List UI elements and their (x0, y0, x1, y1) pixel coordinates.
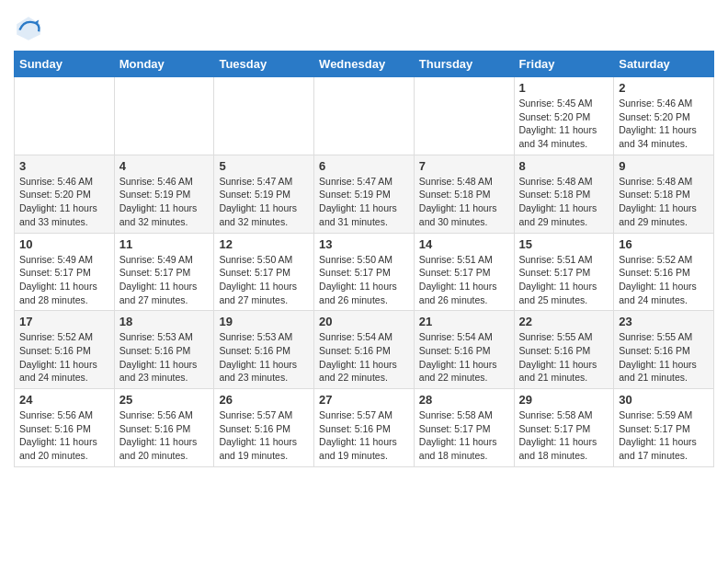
day-number: 29 (519, 393, 609, 407)
table-row: 17Sunrise: 5:52 AM Sunset: 5:16 PM Dayli… (15, 311, 115, 389)
col-friday: Friday (514, 52, 614, 77)
table-row: 22Sunrise: 5:55 AM Sunset: 5:16 PM Dayli… (514, 311, 614, 389)
day-number: 18 (119, 315, 210, 328)
day-info: Sunrise: 5:46 AM Sunset: 5:19 PM Dayligh… (119, 175, 210, 229)
day-info: Sunrise: 5:49 AM Sunset: 5:17 PM Dayligh… (119, 253, 210, 307)
table-row: 11Sunrise: 5:49 AM Sunset: 5:17 PM Dayli… (114, 233, 214, 311)
table-row: 27Sunrise: 5:57 AM Sunset: 5:16 PM Dayli… (314, 389, 415, 467)
calendar-week-row: 3Sunrise: 5:46 AM Sunset: 5:20 PM Daylig… (15, 155, 714, 233)
day-number: 28 (419, 393, 509, 407)
table-row: 2Sunrise: 5:46 AM Sunset: 5:20 PM Daylig… (614, 77, 714, 155)
day-info: Sunrise: 5:56 AM Sunset: 5:16 PM Dayligh… (19, 408, 109, 463)
day-info: Sunrise: 5:54 AM Sunset: 5:16 PM Dayligh… (419, 330, 509, 385)
table-row (15, 77, 115, 155)
table-row (314, 77, 415, 155)
day-number: 1 (519, 81, 609, 95)
day-info: Sunrise: 5:47 AM Sunset: 5:19 PM Dayligh… (219, 175, 309, 229)
day-number: 27 (319, 393, 409, 407)
day-info: Sunrise: 5:54 AM Sunset: 5:16 PM Dayligh… (319, 330, 409, 385)
table-row: 14Sunrise: 5:51 AM Sunset: 5:17 PM Dayli… (414, 233, 514, 311)
day-number: 24 (19, 393, 109, 407)
calendar-header-row: Sunday Monday Tuesday Wednesday Thursday… (15, 52, 714, 77)
table-row: 19Sunrise: 5:53 AM Sunset: 5:16 PM Dayli… (214, 311, 314, 389)
day-info: Sunrise: 5:57 AM Sunset: 5:16 PM Dayligh… (319, 408, 409, 463)
calendar-table: Sunday Monday Tuesday Wednesday Thursday… (14, 51, 714, 467)
table-row: 12Sunrise: 5:50 AM Sunset: 5:17 PM Dayli… (214, 233, 314, 311)
calendar-week-row: 17Sunrise: 5:52 AM Sunset: 5:16 PM Dayli… (15, 311, 714, 389)
table-row (414, 77, 514, 155)
table-row (114, 77, 214, 155)
day-number: 8 (519, 159, 609, 173)
day-number: 4 (119, 159, 210, 173)
table-row: 10Sunrise: 5:49 AM Sunset: 5:17 PM Dayli… (15, 233, 115, 311)
day-number: 16 (619, 237, 709, 251)
table-row: 9Sunrise: 5:48 AM Sunset: 5:18 PM Daylig… (614, 155, 714, 233)
col-tuesday: Tuesday (214, 52, 314, 77)
calendar-week-row: 10Sunrise: 5:49 AM Sunset: 5:17 PM Dayli… (15, 233, 714, 311)
logo (14, 14, 47, 43)
day-info: Sunrise: 5:45 AM Sunset: 5:20 PM Dayligh… (519, 97, 609, 151)
day-number: 13 (319, 237, 409, 251)
day-info: Sunrise: 5:57 AM Sunset: 5:16 PM Dayligh… (219, 408, 309, 463)
day-info: Sunrise: 5:47 AM Sunset: 5:19 PM Dayligh… (319, 175, 409, 229)
table-row: 16Sunrise: 5:52 AM Sunset: 5:16 PM Dayli… (614, 233, 714, 311)
day-number: 11 (119, 237, 210, 251)
col-thursday: Thursday (414, 52, 514, 77)
table-row: 3Sunrise: 5:46 AM Sunset: 5:20 PM Daylig… (15, 155, 115, 233)
day-info: Sunrise: 5:51 AM Sunset: 5:17 PM Dayligh… (519, 253, 609, 307)
table-row: 28Sunrise: 5:58 AM Sunset: 5:17 PM Dayli… (414, 389, 514, 467)
day-number: 15 (519, 237, 609, 251)
day-info: Sunrise: 5:59 AM Sunset: 5:17 PM Dayligh… (619, 408, 709, 463)
calendar-week-row: 24Sunrise: 5:56 AM Sunset: 5:16 PM Dayli… (15, 389, 714, 467)
day-number: 30 (619, 393, 709, 407)
table-row: 7Sunrise: 5:48 AM Sunset: 5:18 PM Daylig… (414, 155, 514, 233)
day-info: Sunrise: 5:52 AM Sunset: 5:16 PM Dayligh… (619, 253, 709, 307)
table-row: 6Sunrise: 5:47 AM Sunset: 5:19 PM Daylig… (314, 155, 415, 233)
col-saturday: Saturday (614, 52, 714, 77)
table-row: 18Sunrise: 5:53 AM Sunset: 5:16 PM Dayli… (114, 311, 214, 389)
day-number: 21 (419, 315, 509, 328)
table-row: 30Sunrise: 5:59 AM Sunset: 5:17 PM Dayli… (614, 389, 714, 467)
day-info: Sunrise: 5:55 AM Sunset: 5:16 PM Dayligh… (519, 330, 609, 385)
day-info: Sunrise: 5:53 AM Sunset: 5:16 PM Dayligh… (119, 330, 210, 385)
logo-icon (14, 14, 43, 43)
day-info: Sunrise: 5:46 AM Sunset: 5:20 PM Dayligh… (19, 175, 109, 229)
table-row: 13Sunrise: 5:50 AM Sunset: 5:17 PM Dayli… (314, 233, 415, 311)
table-row: 29Sunrise: 5:58 AM Sunset: 5:17 PM Dayli… (514, 389, 614, 467)
table-row: 21Sunrise: 5:54 AM Sunset: 5:16 PM Dayli… (414, 311, 514, 389)
day-info: Sunrise: 5:50 AM Sunset: 5:17 PM Dayligh… (319, 253, 409, 307)
table-row: 8Sunrise: 5:48 AM Sunset: 5:18 PM Daylig… (514, 155, 614, 233)
col-monday: Monday (114, 52, 214, 77)
calendar-week-row: 1Sunrise: 5:45 AM Sunset: 5:20 PM Daylig… (15, 77, 714, 155)
day-number: 22 (519, 315, 609, 328)
table-row: 23Sunrise: 5:55 AM Sunset: 5:16 PM Dayli… (614, 311, 714, 389)
day-number: 7 (419, 159, 509, 173)
day-info: Sunrise: 5:55 AM Sunset: 5:16 PM Dayligh… (619, 330, 709, 385)
day-info: Sunrise: 5:48 AM Sunset: 5:18 PM Dayligh… (419, 175, 509, 229)
day-info: Sunrise: 5:48 AM Sunset: 5:18 PM Dayligh… (619, 175, 709, 229)
day-info: Sunrise: 5:48 AM Sunset: 5:18 PM Dayligh… (519, 175, 609, 229)
table-row: 5Sunrise: 5:47 AM Sunset: 5:19 PM Daylig… (214, 155, 314, 233)
day-number: 3 (19, 159, 109, 173)
day-number: 23 (619, 315, 709, 328)
day-info: Sunrise: 5:56 AM Sunset: 5:16 PM Dayligh… (119, 408, 210, 463)
table-row: 1Sunrise: 5:45 AM Sunset: 5:20 PM Daylig… (514, 77, 614, 155)
day-number: 10 (19, 237, 109, 251)
day-info: Sunrise: 5:49 AM Sunset: 5:17 PM Dayligh… (19, 253, 109, 307)
day-info: Sunrise: 5:52 AM Sunset: 5:16 PM Dayligh… (19, 330, 109, 385)
table-row: 4Sunrise: 5:46 AM Sunset: 5:19 PM Daylig… (114, 155, 214, 233)
day-info: Sunrise: 5:58 AM Sunset: 5:17 PM Dayligh… (419, 408, 509, 463)
header (14, 9, 714, 43)
day-info: Sunrise: 5:50 AM Sunset: 5:17 PM Dayligh… (219, 253, 309, 307)
day-info: Sunrise: 5:51 AM Sunset: 5:17 PM Dayligh… (419, 253, 509, 307)
table-row (214, 77, 314, 155)
day-info: Sunrise: 5:46 AM Sunset: 5:20 PM Dayligh… (619, 97, 709, 151)
col-sunday: Sunday (15, 52, 115, 77)
day-number: 26 (219, 393, 309, 407)
day-number: 12 (219, 237, 309, 251)
day-info: Sunrise: 5:53 AM Sunset: 5:16 PM Dayligh… (219, 330, 309, 385)
day-number: 25 (119, 393, 210, 407)
day-number: 19 (219, 315, 309, 328)
day-number: 17 (19, 315, 109, 328)
day-number: 5 (219, 159, 309, 173)
